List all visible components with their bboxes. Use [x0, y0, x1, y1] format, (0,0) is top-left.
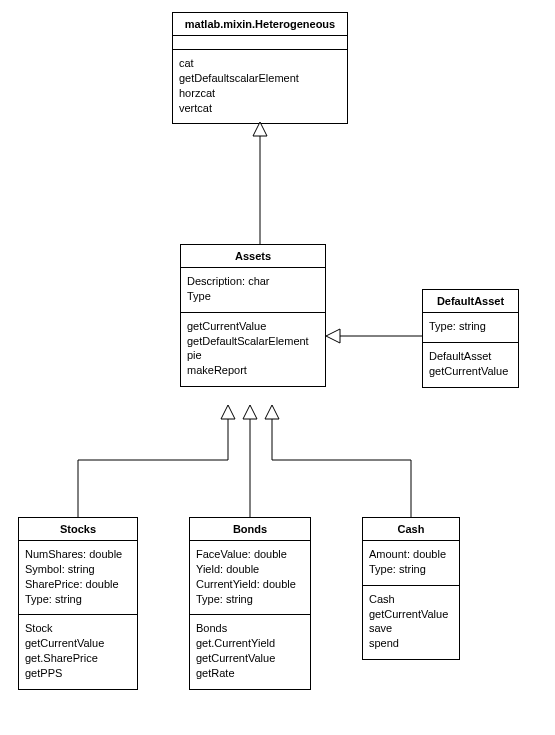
attributes-section: Amount: double Type: string: [363, 541, 459, 586]
attributes-section: NumShares: double Symbol: string SharePr…: [19, 541, 137, 615]
attribute: Type: string: [429, 319, 512, 334]
method: DefaultAsset: [429, 349, 512, 364]
class-cash: Cash Amount: double Type: string Cash ge…: [362, 517, 460, 660]
methods-section: cat getDefaultscalarElement horzcat vert…: [173, 50, 347, 123]
attribute: CurrentYield: double: [196, 577, 304, 592]
class-bonds: Bonds FaceValue: double Yield: double Cu…: [189, 517, 311, 690]
class-assets: Assets Description: char Type getCurrent…: [180, 244, 326, 387]
attributes-section: FaceValue: double Yield: double CurrentY…: [190, 541, 310, 615]
attribute: NumShares: double: [25, 547, 131, 562]
method: getCurrentValue: [196, 651, 304, 666]
method: getCurrentValue: [25, 636, 131, 651]
svg-marker-3: [326, 329, 340, 343]
inheritance-assets-heterogeneous: [253, 122, 267, 244]
svg-marker-4: [221, 405, 235, 419]
inheritance-defaultasset-assets: [326, 329, 422, 343]
method: Stock: [25, 621, 131, 636]
attribute: FaceValue: double: [196, 547, 304, 562]
inheritance-cash-assets: [265, 405, 411, 517]
attribute: Amount: double: [369, 547, 453, 562]
class-name: matlab.mixin.Heterogeneous: [173, 13, 347, 36]
svg-marker-7: [265, 405, 279, 419]
attribute: SharePrice: double: [25, 577, 131, 592]
class-name: Bonds: [190, 518, 310, 541]
method: horzcat: [179, 86, 341, 101]
class-name: DefaultAsset: [423, 290, 518, 313]
attribute: Type: [187, 289, 319, 304]
method: pie: [187, 348, 319, 363]
method: getDefaultScalarElement: [187, 334, 319, 349]
method: getCurrentValue: [429, 364, 512, 379]
methods-section: DefaultAsset getCurrentValue: [423, 343, 518, 387]
attributes-section: [173, 36, 347, 50]
method: vertcat: [179, 101, 341, 116]
methods-section: Cash getCurrentValue save spend: [363, 586, 459, 659]
method: Cash: [369, 592, 453, 607]
attribute: Type: string: [369, 562, 453, 577]
method: cat: [179, 56, 341, 71]
method: getPPS: [25, 666, 131, 681]
attribute: Description: char: [187, 274, 319, 289]
method: get.SharePrice: [25, 651, 131, 666]
class-name: Assets: [181, 245, 325, 268]
method: Bonds: [196, 621, 304, 636]
method: getDefaultscalarElement: [179, 71, 341, 86]
class-name: Cash: [363, 518, 459, 541]
class-default-asset: DefaultAsset Type: string DefaultAsset g…: [422, 289, 519, 388]
attributes-section: Description: char Type: [181, 268, 325, 313]
method: getCurrentValue: [187, 319, 319, 334]
inheritance-stocks-assets: [78, 405, 235, 517]
attribute: Type: string: [196, 592, 304, 607]
class-heterogeneous: matlab.mixin.Heterogeneous cat getDefaul…: [172, 12, 348, 124]
attribute: Type: string: [25, 592, 131, 607]
class-name: Stocks: [19, 518, 137, 541]
class-stocks: Stocks NumShares: double Symbol: string …: [18, 517, 138, 690]
methods-section: getCurrentValue getDefaultScalarElement …: [181, 313, 325, 386]
methods-section: Stock getCurrentValue get.SharePrice get…: [19, 615, 137, 688]
inheritance-bonds-assets: [243, 405, 257, 517]
method: spend: [369, 636, 453, 651]
svg-marker-6: [243, 405, 257, 419]
attribute: Yield: double: [196, 562, 304, 577]
attribute: Symbol: string: [25, 562, 131, 577]
method: getRate: [196, 666, 304, 681]
method: makeReport: [187, 363, 319, 378]
method: get.CurrentYield: [196, 636, 304, 651]
method: save: [369, 621, 453, 636]
attributes-section: Type: string: [423, 313, 518, 343]
method: getCurrentValue: [369, 607, 453, 622]
methods-section: Bonds get.CurrentYield getCurrentValue g…: [190, 615, 310, 688]
